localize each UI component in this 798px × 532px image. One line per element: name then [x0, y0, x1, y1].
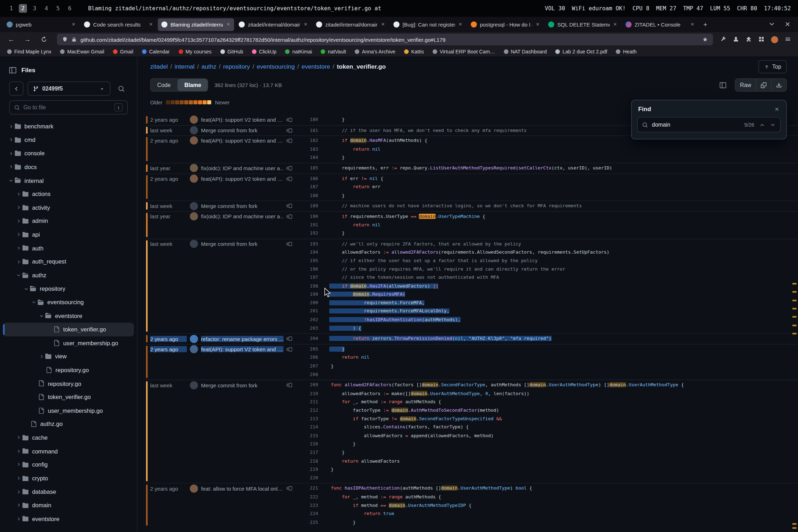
workspace-button[interactable]: 5	[54, 4, 62, 13]
tab[interactable]: ZITADEL • Console	[622, 18, 698, 31]
tab-close-icon[interactable]	[149, 22, 153, 27]
line-number[interactable]: 223	[296, 501, 318, 510]
tab-close-icon[interactable]	[303, 22, 308, 27]
top-button[interactable]: Top	[758, 60, 787, 73]
line-number[interactable]: 219	[296, 465, 318, 474]
tab-close-icon[interactable]	[381, 22, 385, 27]
line-number[interactable]: 181	[296, 126, 318, 134]
line-number[interactable]: 221	[296, 484, 318, 493]
line-number[interactable]: 198	[296, 282, 318, 290]
breadcrumb-link[interactable]: eventstore	[302, 63, 330, 70]
tree-item-docs[interactable]: docs	[3, 160, 134, 174]
forward-button[interactable]: →	[21, 36, 34, 44]
line-number[interactable]: 214	[296, 423, 318, 432]
breadcrumb-link[interactable]: internal	[175, 63, 195, 70]
account-icon[interactable]	[733, 36, 739, 43]
line-number[interactable]: 180	[296, 116, 318, 124]
commit-message[interactable]: Merge commit from fork	[201, 241, 283, 247]
tab-close-icon[interactable]	[458, 22, 463, 27]
tree-item-benchmark[interactable]: benchmark	[3, 120, 134, 133]
line-number[interactable]: 216	[296, 440, 318, 449]
workspace-button[interactable]: 2	[19, 4, 27, 13]
developer-tools-icon[interactable]	[720, 36, 726, 43]
bookmark-item[interactable]: GitHub	[220, 49, 243, 54]
line-number[interactable]: 205	[296, 345, 318, 353]
versions-icon[interactable]	[287, 117, 292, 123]
tab-close-icon[interactable]	[690, 22, 695, 27]
bookmark-star-icon[interactable]	[702, 36, 708, 42]
breadcrumb-link[interactable]: zitadel	[150, 63, 168, 70]
bookmark-item[interactable]: Calendar	[142, 49, 170, 54]
bookmark-item[interactable]: ClickUp	[252, 49, 277, 54]
line-number[interactable]: 184	[296, 154, 318, 162]
tab[interactable]: postgresql - How do I a	[467, 18, 544, 31]
tab[interactable]: Blaming zitadel/internal	[158, 18, 234, 31]
line-number[interactable]: 222	[296, 493, 318, 501]
workspace-button[interactable]: 6	[66, 4, 74, 13]
commit-message[interactable]: feat(API): support V2 token and …	[201, 138, 283, 144]
commit-message[interactable]: feat(API): support V2 token and …	[201, 175, 283, 181]
versions-icon[interactable]	[287, 485, 292, 491]
versions-icon[interactable]	[287, 203, 292, 209]
commit-avatar[interactable]	[190, 212, 198, 220]
tab-close-icon[interactable]	[613, 22, 617, 27]
bookmark-item[interactable]: Anna's Archive	[355, 49, 395, 54]
tab[interactable]: zitadel/internal/domain/	[235, 18, 312, 31]
tree-item-eventsourcing[interactable]: eventsourcing	[3, 296, 134, 309]
line-number[interactable]: 200	[296, 299, 318, 307]
line-number[interactable]: 187	[296, 183, 318, 191]
close-window-icon[interactable]	[780, 21, 795, 28]
profile-avatar[interactable]	[771, 36, 778, 43]
versions-icon[interactable]	[287, 241, 292, 247]
tree-item-auth-request[interactable]: auth_request	[3, 255, 134, 268]
tree-item-crypto[interactable]: crypto	[3, 472, 134, 485]
copy-button[interactable]	[756, 79, 771, 91]
tree-item-auth[interactable]: auth	[3, 241, 134, 255]
line-number[interactable]: 183	[296, 145, 318, 154]
tree-item-console[interactable]: console	[3, 147, 134, 160]
shield-icon[interactable]	[62, 36, 68, 42]
line-number[interactable]: 204	[296, 335, 318, 343]
line-number[interactable]: 193	[296, 239, 318, 248]
versions-icon[interactable]	[287, 336, 292, 342]
collapse-button[interactable]	[9, 81, 23, 96]
breadcrumb-link[interactable]: authz	[201, 63, 216, 70]
search-files-button[interactable]	[115, 82, 128, 95]
tab[interactable]: Code search results	[80, 18, 157, 31]
workspace-button[interactable]: 4	[42, 4, 50, 13]
code-tab[interactable]: Code	[151, 79, 177, 91]
extensions-icon[interactable]	[746, 36, 752, 43]
tree-item-repository[interactable]: repository	[3, 282, 134, 295]
line-number[interactable]: 209	[296, 381, 318, 389]
line-number[interactable]: 195	[296, 256, 318, 265]
line-number[interactable]: 215	[296, 432, 318, 440]
workspace-button[interactable]: 1	[7, 4, 15, 13]
tree-item-internal[interactable]: internal	[3, 174, 134, 187]
find-prev-button[interactable]	[759, 122, 765, 128]
back-button[interactable]: ←	[5, 36, 17, 44]
commit-avatar[interactable]	[190, 484, 198, 492]
goto-file-input[interactable]: Go to file t	[9, 100, 128, 114]
commit-avatar[interactable]	[190, 381, 198, 389]
line-number[interactable]: 192	[296, 229, 318, 238]
line-number[interactable]: 196	[296, 265, 318, 273]
line-number[interactable]: 185	[296, 164, 318, 172]
bookmark-item[interactable]: natKimai	[285, 49, 312, 54]
bookmark-item[interactable]: Find Maple Lynx	[7, 49, 51, 54]
line-number[interactable]: 201	[296, 307, 318, 316]
line-number[interactable]: 225	[296, 518, 318, 526]
symbols-button[interactable]	[717, 79, 730, 92]
line-number[interactable]: 188	[296, 191, 318, 200]
tab-close-icon[interactable]	[71, 22, 76, 27]
line-number[interactable]: 211	[296, 398, 318, 406]
tree-item-eventstore[interactable]: eventstore	[3, 309, 134, 323]
download-button[interactable]	[771, 79, 786, 91]
line-number[interactable]: 220	[296, 474, 318, 482]
versions-icon[interactable]	[287, 127, 292, 133]
tree-item-database[interactable]: database	[3, 485, 134, 498]
commit-message[interactable]: Merge commit from fork	[201, 127, 283, 133]
tab[interactable]: pgweb	[3, 18, 80, 31]
blame-tab[interactable]: Blame	[177, 79, 208, 91]
tree-item-admin[interactable]: admin	[3, 214, 134, 228]
line-number[interactable]: 212	[296, 406, 318, 415]
